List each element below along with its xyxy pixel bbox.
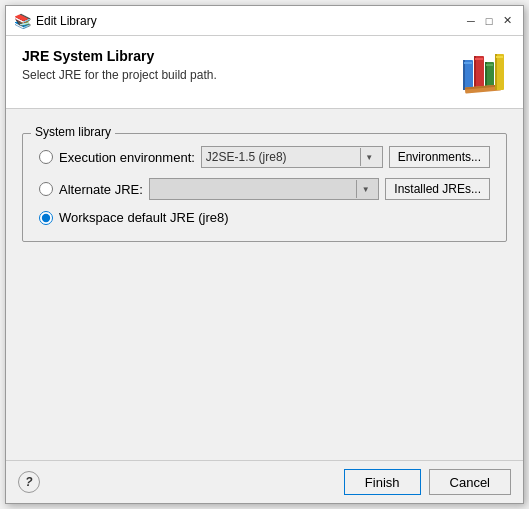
execution-env-row: Execution environment: J2SE-1.5 (jre8) ▼… <box>39 146 490 168</box>
title-bar-title: Edit Library <box>36 14 457 28</box>
maximize-button[interactable]: □ <box>481 13 497 29</box>
alternate-jre-radio[interactable] <box>39 182 53 196</box>
execution-env-label: Execution environment: <box>59 150 195 165</box>
close-button[interactable]: ✕ <box>499 13 515 29</box>
header-subtitle: Select JRE for the project build path. <box>22 68 217 82</box>
svg-rect-8 <box>486 64 493 66</box>
workspace-default-radio[interactable] <box>39 211 53 225</box>
dialog-content: System library Execution environment: J2… <box>6 109 523 460</box>
execution-env-value: J2SE-1.5 (jre8) <box>206 150 360 164</box>
title-bar-icon: 📚 <box>14 13 30 29</box>
execution-env-combo[interactable]: J2SE-1.5 (jre8) ▼ <box>201 146 383 168</box>
books-icon <box>459 48 507 96</box>
svg-rect-4 <box>474 56 476 90</box>
svg-rect-1 <box>463 60 465 90</box>
environments-button[interactable]: Environments... <box>389 146 490 168</box>
svg-rect-13 <box>496 56 503 58</box>
workspace-default-row: Workspace default JRE (jre8) <box>39 210 490 225</box>
books-svg <box>459 48 507 96</box>
svg-rect-2 <box>464 62 472 64</box>
group-legend: System library <box>31 125 115 139</box>
installed-jres-button[interactable]: Installed JREs... <box>385 178 490 200</box>
header-text: JRE System Library Select JRE for the pr… <box>22 48 217 82</box>
svg-rect-5 <box>475 58 483 60</box>
minimize-button[interactable]: ─ <box>463 13 479 29</box>
execution-env-arrow: ▼ <box>360 148 378 166</box>
alternate-jre-arrow: ▼ <box>356 180 374 198</box>
execution-env-radio[interactable] <box>39 150 53 164</box>
cancel-button[interactable]: Cancel <box>429 469 511 495</box>
system-library-group: System library Execution environment: J2… <box>22 133 507 242</box>
dialog-header: JRE System Library Select JRE for the pr… <box>6 36 523 109</box>
footer-right: Finish Cancel <box>344 469 511 495</box>
alternate-jre-row: Alternate JRE: ▼ Installed JREs... <box>39 178 490 200</box>
header-title: JRE System Library <box>22 48 217 64</box>
footer-left: ? <box>18 471 40 493</box>
finish-button[interactable]: Finish <box>344 469 421 495</box>
dialog-window: 📚 Edit Library ─ □ ✕ JRE System Library … <box>5 5 524 504</box>
alternate-jre-label: Alternate JRE: <box>59 182 143 197</box>
title-bar: 📚 Edit Library ─ □ ✕ <box>6 6 523 36</box>
svg-rect-12 <box>495 54 497 90</box>
title-bar-controls: ─ □ ✕ <box>463 13 515 29</box>
workspace-default-label: Workspace default JRE (jre8) <box>59 210 229 225</box>
dialog-footer: ? Finish Cancel <box>6 460 523 503</box>
alternate-jre-combo[interactable]: ▼ <box>149 178 379 200</box>
help-button[interactable]: ? <box>18 471 40 493</box>
